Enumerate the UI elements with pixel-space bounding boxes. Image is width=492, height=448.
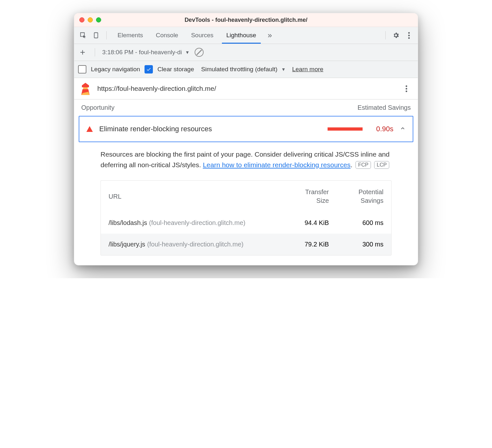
report-selector[interactable]: 3:18:06 PM - foul-heavenly-di ▼ <box>102 49 189 56</box>
inspect-element-icon[interactable] <box>77 30 89 41</box>
svg-marker-1 <box>82 83 89 87</box>
resource-host: (foul-heavenly-direction.glitch.me) <box>149 219 245 226</box>
opportunity-toggle[interactable]: Eliminate render-blocking resources 0.90… <box>79 116 413 142</box>
col-url: URL <box>109 193 274 200</box>
cell-transfer: 94.4 KiB <box>274 219 329 227</box>
table-header-row: URL TransferSize PotentialSavings <box>101 181 391 212</box>
savings-bar-fill <box>328 127 363 131</box>
metric-badge-fcp: FCP <box>356 161 371 169</box>
resource-path: /libs/lodash.js <box>109 219 147 226</box>
clear-storage-checkbox[interactable] <box>145 65 153 73</box>
minimize-window-button[interactable] <box>88 17 93 22</box>
lighthouse-toolbar: + 3:18:06 PM - foul-heavenly-di ▼ <box>74 44 418 61</box>
main-toolbar: Elements Console Sources Lighthouse » <box>74 27 418 44</box>
report-menu-button[interactable] <box>400 83 412 94</box>
opportunity-title: Eliminate render-blocking resources <box>99 125 321 133</box>
svg-rect-2 <box>83 87 88 89</box>
window-title: DevTools - foul-heavenly-direction.glitc… <box>74 17 418 23</box>
tab-lighthouse[interactable]: Lighthouse <box>220 27 263 44</box>
titlebar: DevTools - foul-heavenly-direction.glitc… <box>74 13 418 27</box>
learn-more-link[interactable]: Learn more <box>292 66 323 73</box>
tab-label: Elements <box>118 32 143 39</box>
tab-elements[interactable]: Elements <box>111 27 149 44</box>
maximize-window-button[interactable] <box>96 17 101 22</box>
cell-savings: 600 ms <box>329 219 383 227</box>
savings-bar <box>328 127 365 131</box>
description-suffix: . <box>351 161 353 168</box>
tab-console[interactable]: Console <box>149 27 185 44</box>
resources-table: URL TransferSize PotentialSavings /libs/… <box>101 180 391 255</box>
devtools-window: DevTools - foul-heavenly-direction.glitc… <box>74 13 418 265</box>
col-savings: PotentialSavings <box>329 188 383 205</box>
cell-transfer: 79.2 KiB <box>274 241 329 248</box>
window-controls <box>79 17 101 22</box>
tab-label: Sources <box>191 32 214 39</box>
toolbar-divider <box>385 31 386 39</box>
resource-host: (foul-heavenly-direction.glitch.me) <box>147 241 243 248</box>
opportunity-value: 0.90s <box>371 125 393 133</box>
cell-url: /libs/lodash.js(foul-heavenly-direction.… <box>109 219 274 227</box>
lighthouse-options: Legacy navigation Clear storage Simulate… <box>74 61 418 78</box>
metric-badge-lcp: LCP <box>374 161 389 169</box>
svg-marker-5 <box>86 126 93 132</box>
clear-icon <box>195 48 204 57</box>
legacy-navigation-label: Legacy navigation <box>91 66 140 73</box>
opportunities-header: Opportunity Estimated Savings <box>74 99 418 116</box>
clear-storage-label: Clear storage <box>157 66 194 73</box>
new-report-button[interactable]: + <box>77 48 88 57</box>
more-tabs-icon[interactable]: » <box>264 31 276 40</box>
throttling-label: Simulated throttling (default) <box>201 66 277 73</box>
savings-heading: Estimated Savings <box>357 104 411 111</box>
opportunity-description: Resources are blocking the first paint o… <box>79 142 413 173</box>
cell-url: /libs/jquery.js(foul-heavenly-direction.… <box>109 241 274 248</box>
table-row[interactable]: /libs/lodash.js(foul-heavenly-direction.… <box>101 212 391 234</box>
panel-tabs: Elements Console Sources Lighthouse <box>111 27 263 44</box>
tab-sources[interactable]: Sources <box>185 27 220 44</box>
device-toolbar-icon[interactable] <box>90 30 102 41</box>
dropdown-icon: ▼ <box>281 67 286 72</box>
close-window-button[interactable] <box>79 17 84 22</box>
report-header: https://foul-heavenly-direction.glitch.m… <box>74 78 418 99</box>
warning-triangle-icon <box>86 126 93 132</box>
table-row[interactable]: /libs/jquery.js(foul-heavenly-direction.… <box>101 234 391 255</box>
report-url: https://foul-heavenly-direction.glitch.m… <box>97 85 394 92</box>
opportunity-heading: Opportunity <box>81 104 114 111</box>
svg-rect-0 <box>94 33 98 38</box>
cell-savings: 300 ms <box>329 241 383 248</box>
clear-reports-button[interactable] <box>193 47 205 58</box>
toolbar-divider <box>95 48 95 56</box>
dropdown-icon: ▼ <box>185 50 190 55</box>
settings-icon[interactable] <box>390 30 402 41</box>
report-selector-label: 3:18:06 PM - foul-heavenly-di <box>102 49 182 56</box>
legacy-navigation-checkbox[interactable] <box>78 65 86 73</box>
more-options-icon[interactable] <box>403 30 415 41</box>
col-transfer: TransferSize <box>274 188 329 205</box>
resource-path: /libs/jquery.js <box>109 241 145 248</box>
lighthouse-logo-icon <box>80 82 91 95</box>
opportunity-item: Eliminate render-blocking resources 0.90… <box>79 116 413 255</box>
throttling-selector[interactable]: Simulated throttling (default) ▼ <box>201 66 286 73</box>
tab-label: Lighthouse <box>226 32 256 39</box>
description-link[interactable]: Learn how to eliminate render-blocking r… <box>203 161 351 168</box>
toolbar-divider <box>106 31 107 39</box>
tab-label: Console <box>156 32 178 39</box>
chevron-up-icon <box>400 125 406 133</box>
